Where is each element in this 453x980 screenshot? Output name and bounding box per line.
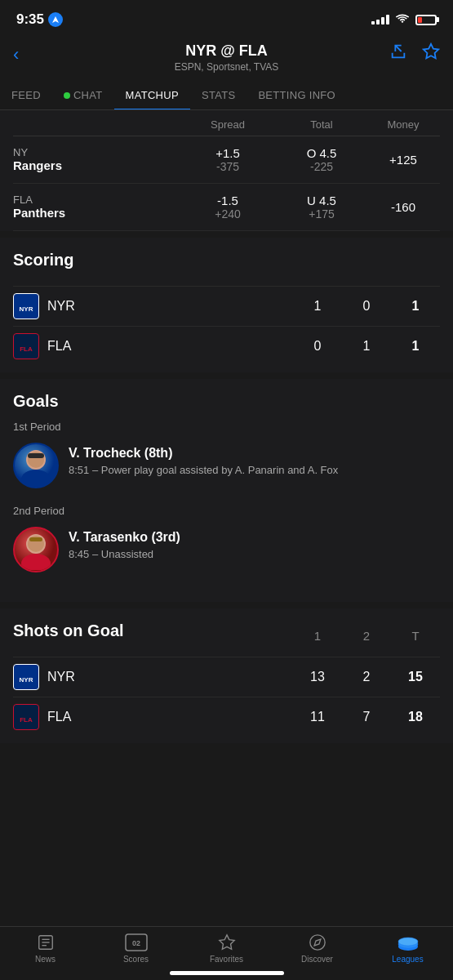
tab-chat[interactable]: CHAT — [52, 81, 114, 109]
favorite-icon[interactable] — [422, 42, 440, 65]
spread-col-header: Spread — [179, 118, 277, 131]
tarasenko-avatar — [13, 527, 59, 572]
panthers-total: U 4.5 +175 — [277, 194, 366, 220]
period-2-label: 2nd Period — [13, 505, 440, 517]
shots-title: Shots on Goal — [13, 621, 124, 640]
rangers-name-cell: NY Rangers — [13, 146, 179, 173]
svg-marker-1 — [424, 44, 438, 58]
nyr-shots-row: NYR NYR 13 2 15 — [13, 657, 440, 697]
svg-rect-15 — [29, 537, 42, 541]
nyr-shots-total: 15 — [391, 670, 440, 684]
nav-discover-label: Discover — [301, 955, 333, 964]
nav-favorites[interactable]: Favorites — [181, 933, 272, 964]
svg-text:FLA: FLA — [20, 716, 33, 724]
fla-logo: FLA — [13, 333, 39, 359]
nav-scores-label: Scores — [123, 955, 149, 964]
share-icon[interactable] — [389, 42, 407, 65]
fla-shots-total: 18 — [391, 710, 440, 724]
fla-total: 1 — [391, 339, 440, 354]
location-icon — [48, 12, 63, 27]
wifi-icon — [396, 13, 409, 26]
nyr-p2: 0 — [342, 299, 391, 314]
game-title: NYR @ FLA — [13, 42, 440, 60]
signal-bars — [371, 15, 389, 24]
betting-section: Spread Total Money NY Rangers +1.5 -375 … — [0, 110, 453, 231]
rangers-betting-row: NY Rangers +1.5 -375 O 4.5 -225 +125 — [13, 136, 440, 184]
nav-news[interactable]: News — [0, 933, 91, 964]
trocheck-info: V. Trocheck (8th) 8:51 – Power play goal… — [69, 443, 440, 476]
fla-team-cell: FLA FLA — [13, 333, 293, 359]
panthers-name-cell: FLA Panthers — [13, 194, 179, 220]
tab-feed[interactable]: FEED — [0, 81, 52, 109]
betting-header-row: Spread Total Money — [13, 110, 440, 136]
rangers-total: O 4.5 -225 — [277, 146, 366, 173]
goals-title: Goals — [13, 392, 440, 411]
nyr-shots-cell: NYR NYR — [13, 664, 293, 690]
svg-text:FLA: FLA — [20, 345, 33, 353]
scoring-section: 1 2 T Scoring NYR NYR 1 0 1 FLA — [0, 238, 453, 372]
goals-section: Goals 1st Period V. Trocheck (8th) 8:51 … — [0, 379, 453, 602]
trocheck-avatar — [13, 443, 59, 488]
shots-p1-header: 1 — [293, 629, 342, 643]
panthers-betting-row: FLA Panthers -1.5 +240 U 4.5 +175 -160 — [13, 184, 440, 231]
nav-tabs: FEED CHAT MATCHUP STATS BETTING INFO — [0, 81, 453, 110]
game-header: ‹ NYR @ FLA ESPN, Sportsnet, TVAS — [0, 36, 453, 81]
fla-shots-p1: 11 — [293, 710, 342, 724]
svg-point-7 — [21, 470, 51, 486]
fla-score-row: FLA FLA 0 1 1 — [13, 326, 440, 366]
nyr-shots-p2: 2 — [342, 670, 391, 684]
back-button[interactable]: ‹ — [13, 44, 19, 65]
tarasenko-name: V. Tarasenko (3rd) — [69, 530, 440, 545]
shots-p2-header: 2 — [342, 629, 391, 643]
nyr-shots-label: NYR — [47, 670, 75, 684]
tab-matchup[interactable]: MATCHUP — [114, 81, 190, 109]
svg-rect-10 — [28, 453, 44, 458]
nav-leagues-label: Leagues — [392, 955, 423, 964]
battery-icon — [415, 15, 437, 25]
fla-p2: 1 — [342, 339, 391, 354]
panthers-money: -160 — [366, 194, 440, 220]
tarasenko-info: V. Tarasenko (3rd) 8:45 – Unassisted — [69, 527, 440, 560]
period-2-goals: 2nd Period V. Tarasenko (3rd) 8:45 – Una… — [13, 505, 440, 572]
svg-text:02: 02 — [131, 939, 140, 947]
status-right — [371, 13, 437, 26]
tab-betting-info[interactable]: BETTING INFO — [246, 81, 347, 109]
nyr-total: 1 — [391, 299, 440, 314]
status-time: 9:35 — [16, 11, 63, 28]
svg-text:NYR: NYR — [20, 305, 33, 313]
rangers-money: +125 — [366, 146, 440, 173]
svg-point-31 — [398, 938, 418, 946]
fla-shots-label: FLA — [47, 710, 71, 724]
tarasenko-detail: 8:45 – Unassisted — [69, 548, 440, 560]
trocheck-goal: V. Trocheck (8th) 8:51 – Power play goal… — [13, 443, 440, 488]
fla-shots-row: FLA FLA 11 7 18 — [13, 697, 440, 737]
fla-shots-p2: 7 — [342, 710, 391, 724]
tarasenko-goal: V. Tarasenko (3rd) 8:45 – Unassisted — [13, 527, 440, 572]
nav-scores[interactable]: 02 Scores — [91, 933, 181, 964]
fla-label: FLA — [47, 339, 71, 354]
nyr-label: NYR — [47, 299, 75, 314]
nyr-shots-logo: NYR — [13, 664, 39, 690]
nav-news-label: News — [35, 955, 56, 964]
nyr-score-row: NYR NYR 1 0 1 — [13, 286, 440, 326]
money-col-header: Money — [366, 118, 440, 131]
tab-stats[interactable]: STATS — [190, 81, 246, 109]
nyr-logo: NYR — [13, 293, 39, 319]
home-indicator — [170, 971, 284, 975]
panthers-spread: -1.5 +240 — [179, 194, 277, 220]
nav-favorites-label: Favorites — [210, 955, 243, 964]
svg-text:NYR: NYR — [20, 676, 33, 684]
nav-discover[interactable]: Discover — [272, 933, 362, 964]
shots-section: Shots on Goal 1 2 T NYR NYR 13 2 15 — [0, 608, 453, 743]
period-1-label: 1st Period — [13, 421, 440, 433]
svg-point-27 — [309, 935, 324, 950]
fla-shots-cell: FLA FLA — [13, 704, 293, 730]
trocheck-name: V. Trocheck (8th) — [69, 446, 440, 461]
period-1-goals: 1st Period V. Trocheck (8th) 8:51 – Powe… — [13, 421, 440, 488]
nav-leagues[interactable]: Leagues — [362, 933, 453, 964]
header-icons — [389, 42, 440, 65]
nyr-p1: 1 — [293, 299, 342, 314]
svg-marker-28 — [314, 939, 321, 946]
fla-shots-logo: FLA — [13, 704, 39, 730]
nyr-team-cell: NYR NYR — [13, 293, 293, 319]
